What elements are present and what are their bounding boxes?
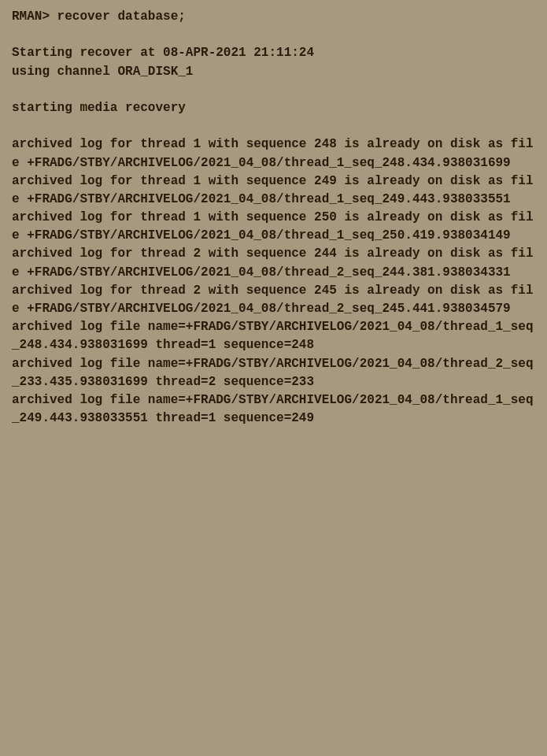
terminal-line: starting media recovery: [12, 99, 535, 117]
terminal-window: RMAN> recover database; Starting recover…: [0, 0, 547, 756]
terminal-line: archived log file name=+FRADG/STBY/ARCHI…: [12, 318, 535, 354]
terminal-line: Starting recover at 08-APR-2021 21:11:24: [12, 44, 535, 62]
terminal-line: RMAN> recover database;: [12, 8, 535, 26]
terminal-line: archived log for thread 2 with sequence …: [12, 282, 535, 318]
terminal-line: [12, 26, 535, 44]
terminal-line: archived log file name=+FRADG/STBY/ARCHI…: [12, 355, 535, 391]
terminal-line: archived log for thread 1 with sequence …: [12, 135, 535, 172]
terminal-line: using channel ORA_DISK_1: [12, 63, 535, 81]
terminal-line: [12, 117, 535, 135]
terminal-line: archived log file name=+FRADG/STBY/ARCHI…: [12, 391, 535, 428]
terminal-line: archived log for thread 1 with sequence …: [12, 209, 535, 245]
terminal-line: archived log for thread 2 with sequence …: [12, 245, 535, 281]
terminal-line: archived log for thread 1 with sequence …: [12, 172, 535, 209]
terminal-line: [12, 81, 535, 99]
